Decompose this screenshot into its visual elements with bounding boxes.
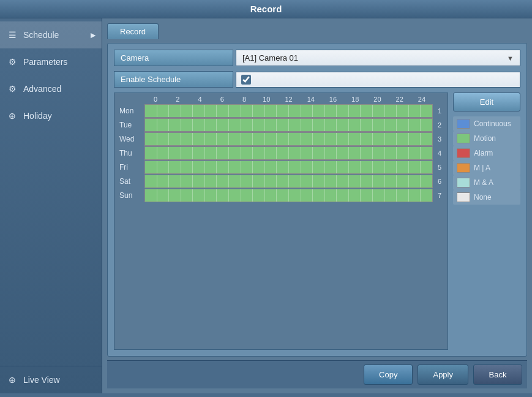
cell[interactable] <box>193 189 205 202</box>
sidebar-item-advanced[interactable]: ⚙ Advanced <box>0 75 102 102</box>
cell[interactable] <box>301 189 313 202</box>
cell[interactable] <box>313 133 325 145</box>
cell[interactable] <box>421 105 432 117</box>
day-cells-sat[interactable] <box>144 175 433 188</box>
cell[interactable] <box>277 161 289 173</box>
enable-schedule-checkbox[interactable] <box>241 75 251 85</box>
cell[interactable] <box>301 105 313 117</box>
cell[interactable] <box>241 147 253 159</box>
cell[interactable] <box>253 105 265 117</box>
cell[interactable] <box>217 133 229 145</box>
cell[interactable] <box>265 189 277 202</box>
cell[interactable] <box>169 147 181 159</box>
apply-button[interactable]: Apply <box>418 365 468 385</box>
cell[interactable] <box>169 119 181 131</box>
cell[interactable] <box>217 175 229 187</box>
cell[interactable] <box>157 133 170 145</box>
cell[interactable] <box>349 175 361 187</box>
cell[interactable] <box>145 133 157 145</box>
cell[interactable] <box>241 119 253 131</box>
cell[interactable] <box>253 175 265 187</box>
cell[interactable] <box>181 147 193 159</box>
cell[interactable] <box>373 175 385 187</box>
cell[interactable] <box>409 161 421 173</box>
cell[interactable] <box>361 119 373 131</box>
sidebar-item-schedule[interactable]: ☰ Schedule ▶ <box>0 21 102 48</box>
cell[interactable] <box>157 189 170 202</box>
tab-record[interactable]: Record <box>107 23 159 39</box>
cell[interactable] <box>217 105 229 117</box>
cell[interactable] <box>385 161 397 173</box>
sidebar-item-holiday[interactable]: ⊕ Holiday <box>0 102 102 129</box>
cell[interactable] <box>349 133 361 145</box>
cell[interactable] <box>385 175 397 187</box>
cell[interactable] <box>265 175 277 187</box>
day-cells-tue[interactable] <box>144 118 433 132</box>
cell[interactable] <box>361 147 373 159</box>
cell[interactable] <box>157 175 170 187</box>
cell[interactable] <box>421 119 432 131</box>
cell[interactable] <box>337 147 349 159</box>
cell[interactable] <box>325 175 337 187</box>
cell[interactable] <box>313 189 325 202</box>
cell[interactable] <box>241 189 253 202</box>
cell[interactable] <box>289 105 301 117</box>
cell[interactable] <box>337 189 349 202</box>
sidebar-item-parameters[interactable]: ⚙ Parameters <box>0 48 102 75</box>
cell[interactable] <box>349 105 361 117</box>
cell[interactable] <box>325 189 337 202</box>
cell[interactable] <box>313 119 325 131</box>
cell[interactable] <box>397 147 409 159</box>
cell[interactable] <box>397 105 409 117</box>
cell[interactable] <box>301 133 313 145</box>
cell[interactable] <box>397 133 409 145</box>
cell[interactable] <box>169 161 181 173</box>
cell[interactable] <box>169 133 181 145</box>
cell[interactable] <box>349 161 361 173</box>
cell[interactable] <box>289 161 301 173</box>
cell[interactable] <box>277 133 289 145</box>
cell[interactable] <box>301 175 313 187</box>
cell[interactable] <box>265 119 277 131</box>
edit-button[interactable]: Edit <box>453 93 520 112</box>
cell[interactable] <box>253 147 265 159</box>
cell[interactable] <box>265 105 277 117</box>
cell[interactable] <box>337 175 349 187</box>
cell[interactable] <box>229 161 241 173</box>
cell[interactable] <box>277 105 289 117</box>
cell[interactable] <box>157 105 170 117</box>
cell[interactable] <box>253 189 265 202</box>
cell[interactable] <box>409 119 421 131</box>
cell[interactable] <box>205 133 217 145</box>
cell[interactable] <box>241 133 253 145</box>
cell[interactable] <box>385 119 397 131</box>
cell[interactable] <box>325 105 337 117</box>
cell[interactable] <box>385 133 397 145</box>
cell[interactable] <box>229 189 241 202</box>
cell[interactable] <box>205 189 217 202</box>
cell[interactable] <box>229 133 241 145</box>
cell[interactable] <box>145 189 157 202</box>
cell[interactable] <box>337 105 349 117</box>
cell[interactable] <box>289 189 301 202</box>
cell[interactable] <box>169 175 181 187</box>
day-cells-fri[interactable] <box>144 161 433 174</box>
cell[interactable] <box>193 133 205 145</box>
cell[interactable] <box>421 175 432 187</box>
cell[interactable] <box>409 175 421 187</box>
cell[interactable] <box>145 119 157 131</box>
cell[interactable] <box>193 147 205 159</box>
cell[interactable] <box>385 147 397 159</box>
cell[interactable] <box>289 147 301 159</box>
cell[interactable] <box>229 147 241 159</box>
cell[interactable] <box>409 189 421 202</box>
day-cells-sun[interactable] <box>144 189 433 202</box>
cell[interactable] <box>421 161 432 173</box>
cell[interactable] <box>241 105 253 117</box>
cell[interactable] <box>349 119 361 131</box>
cell[interactable] <box>277 189 289 202</box>
cell[interactable] <box>373 161 385 173</box>
cell[interactable] <box>169 189 181 202</box>
cell[interactable] <box>205 161 217 173</box>
cell[interactable] <box>157 161 170 173</box>
